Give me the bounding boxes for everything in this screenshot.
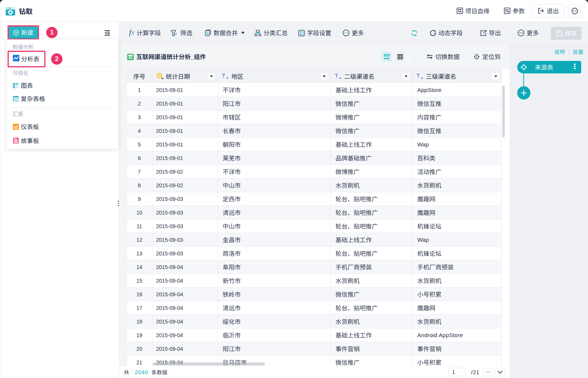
svg-text:T: T <box>222 73 225 79</box>
svg-text:T: T <box>335 73 338 79</box>
svg-text:T: T <box>416 73 420 79</box>
